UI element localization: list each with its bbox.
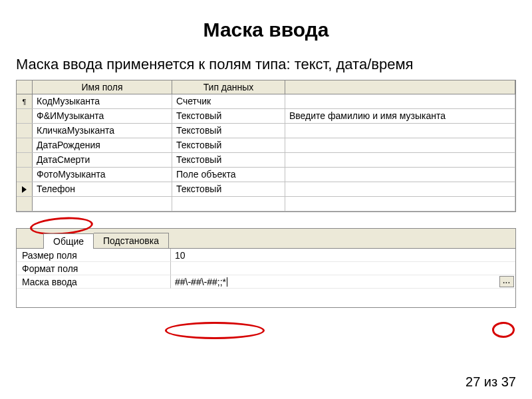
primary-key-icon: ¶ <box>23 98 27 106</box>
field-properties-panel: Общие Подстановка Размер поля 10 Формат … <box>16 228 516 308</box>
field-name-cell[interactable]: КличкаМузыканта <box>33 124 172 138</box>
table-row[interactable]: ДатаРожденияТекстовый <box>17 138 515 153</box>
field-name-cell[interactable]: ДатаРождения <box>33 138 172 152</box>
properties-tabs: Общие Подстановка <box>17 229 515 248</box>
tab-body: Размер поля 10 Формат поля Маска ввода #… <box>17 248 515 308</box>
data-type-cell[interactable]: Счетчик <box>172 94 285 108</box>
field-size-value[interactable]: 10 <box>171 249 515 262</box>
input-mask-value[interactable]: ##\-##\-##;;* ... <box>171 275 515 289</box>
data-type-cell[interactable]: Текстовый <box>172 109 285 123</box>
description-cell[interactable] <box>285 197 515 211</box>
field-name-cell[interactable] <box>33 197 172 211</box>
row-selector[interactable] <box>17 109 33 123</box>
data-type-cell[interactable]: Текстовый <box>172 124 285 138</box>
current-row-arrow-icon <box>22 186 27 193</box>
prop-row-input-mask[interactable]: Маска ввода ##\-##\-##;;* ... <box>17 275 515 289</box>
annotation-circle-icon <box>492 322 515 338</box>
data-type-cell[interactable]: Текстовый <box>172 153 285 167</box>
data-type-cell[interactable]: Текстовый <box>172 182 285 196</box>
input-mask-label: Маска ввода <box>17 275 171 289</box>
field-size-label: Размер поля <box>17 249 171 262</box>
description-cell[interactable] <box>285 168 515 182</box>
table-row[interactable]: КличкаМузыкантаТекстовый <box>17 124 515 138</box>
description-cell[interactable] <box>285 138 515 152</box>
field-name-cell[interactable]: ДатаСмерти <box>33 153 172 167</box>
slide-subtitle: Маска ввода применяется к полям типа: те… <box>16 56 532 73</box>
mask-builder-button[interactable]: ... <box>499 276 514 287</box>
field-name-cell[interactable]: Телефон <box>33 182 172 196</box>
table-row[interactable]: ФотоМузыкантаПоле объекта <box>17 168 515 182</box>
slide-title: Маска ввода <box>0 19 532 41</box>
tab-lookup[interactable]: Подстановка <box>94 233 169 248</box>
data-type-cell[interactable]: Поле объекта <box>172 168 285 182</box>
page-counter: 27 из 37 <box>466 374 516 390</box>
row-selector[interactable] <box>17 182 33 196</box>
row-selector[interactable] <box>17 153 33 167</box>
description-cell[interactable] <box>285 153 515 167</box>
description-cell[interactable] <box>285 94 515 108</box>
row-selector[interactable] <box>17 197 33 211</box>
input-mask-text: ##\-##\-##;;* <box>175 275 226 289</box>
description-cell[interactable] <box>285 124 515 138</box>
annotation-circle-icon <box>165 322 265 339</box>
header-data-type: Тип данных <box>172 80 285 94</box>
field-definition-grid: Имя поля Тип данных ¶КодМузыкантаСчетчик… <box>16 80 516 212</box>
table-row[interactable]: ТелефонТекстовый <box>17 182 515 197</box>
table-row[interactable]: Ф&ИМузыкантаТекстовыйВведите фамилию и и… <box>17 109 515 124</box>
description-cell[interactable] <box>285 182 515 196</box>
format-label: Формат поля <box>17 262 171 275</box>
field-name-cell[interactable]: ФотоМузыканта <box>33 168 172 182</box>
row-selector[interactable] <box>17 124 33 138</box>
data-type-cell[interactable] <box>172 197 285 211</box>
table-row[interactable] <box>17 197 515 211</box>
row-selector[interactable] <box>17 138 33 152</box>
row-selector[interactable]: ¶ <box>17 94 33 108</box>
grid-header-row: Имя поля Тип данных <box>17 80 515 94</box>
prop-row-format[interactable]: Формат поля <box>17 262 515 275</box>
prop-row-field-size[interactable]: Размер поля 10 <box>17 249 515 262</box>
header-description <box>285 80 515 94</box>
tab-general[interactable]: Общие <box>43 233 94 249</box>
field-name-cell[interactable]: КодМузыканта <box>33 94 172 108</box>
text-cursor-icon <box>227 277 227 287</box>
field-name-cell[interactable]: Ф&ИМузыканта <box>33 109 172 123</box>
header-field-name: Имя поля <box>33 80 172 94</box>
format-value[interactable] <box>171 262 515 275</box>
row-selector[interactable] <box>17 168 33 182</box>
data-type-cell[interactable]: Текстовый <box>172 138 285 152</box>
table-row[interactable]: ДатаСмертиТекстовый <box>17 153 515 168</box>
description-cell[interactable]: Введите фамилию и имя музыканта <box>285 109 515 123</box>
header-selector <box>17 80 33 94</box>
table-row[interactable]: ¶КодМузыкантаСчетчик <box>17 94 515 109</box>
